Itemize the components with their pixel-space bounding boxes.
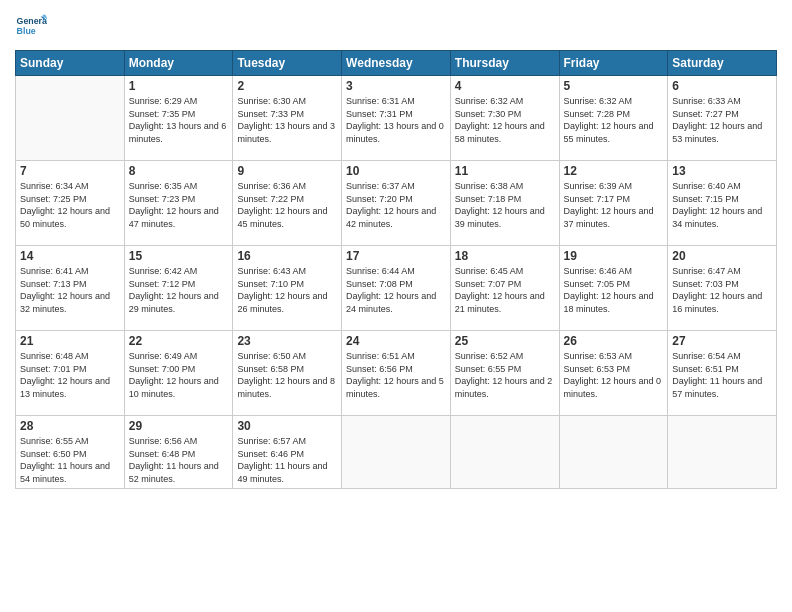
day-cell: 8Sunrise: 6:35 AMSunset: 7:23 PMDaylight… <box>124 161 233 246</box>
day-info: Sunrise: 6:31 AMSunset: 7:31 PMDaylight:… <box>346 95 446 145</box>
day-info: Sunrise: 6:35 AMSunset: 7:23 PMDaylight:… <box>129 180 229 230</box>
day-cell: 19Sunrise: 6:46 AMSunset: 7:05 PMDayligh… <box>559 246 668 331</box>
week-row-5: 28Sunrise: 6:55 AMSunset: 6:50 PMDayligh… <box>16 416 777 489</box>
day-info: Sunrise: 6:34 AMSunset: 7:25 PMDaylight:… <box>20 180 120 230</box>
day-number: 18 <box>455 249 555 263</box>
day-cell: 4Sunrise: 6:32 AMSunset: 7:30 PMDaylight… <box>450 76 559 161</box>
day-info: Sunrise: 6:41 AMSunset: 7:13 PMDaylight:… <box>20 265 120 315</box>
day-cell: 18Sunrise: 6:45 AMSunset: 7:07 PMDayligh… <box>450 246 559 331</box>
day-cell <box>450 416 559 489</box>
day-number: 6 <box>672 79 772 93</box>
day-info: Sunrise: 6:52 AMSunset: 6:55 PMDaylight:… <box>455 350 555 400</box>
weekday-header-row: SundayMondayTuesdayWednesdayThursdayFrid… <box>16 51 777 76</box>
week-row-1: 1Sunrise: 6:29 AMSunset: 7:35 PMDaylight… <box>16 76 777 161</box>
weekday-header-monday: Monday <box>124 51 233 76</box>
day-info: Sunrise: 6:56 AMSunset: 6:48 PMDaylight:… <box>129 435 229 485</box>
day-info: Sunrise: 6:30 AMSunset: 7:33 PMDaylight:… <box>237 95 337 145</box>
day-number: 20 <box>672 249 772 263</box>
day-number: 28 <box>20 419 120 433</box>
day-cell: 15Sunrise: 6:42 AMSunset: 7:12 PMDayligh… <box>124 246 233 331</box>
day-cell: 30Sunrise: 6:57 AMSunset: 6:46 PMDayligh… <box>233 416 342 489</box>
day-cell: 21Sunrise: 6:48 AMSunset: 7:01 PMDayligh… <box>16 331 125 416</box>
day-number: 17 <box>346 249 446 263</box>
week-row-2: 7Sunrise: 6:34 AMSunset: 7:25 PMDaylight… <box>16 161 777 246</box>
day-info: Sunrise: 6:32 AMSunset: 7:28 PMDaylight:… <box>564 95 664 145</box>
day-info: Sunrise: 6:50 AMSunset: 6:58 PMDaylight:… <box>237 350 337 400</box>
logo-icon: General Blue <box>15 10 47 42</box>
day-info: Sunrise: 6:40 AMSunset: 7:15 PMDaylight:… <box>672 180 772 230</box>
day-number: 13 <box>672 164 772 178</box>
day-cell: 13Sunrise: 6:40 AMSunset: 7:15 PMDayligh… <box>668 161 777 246</box>
day-cell: 24Sunrise: 6:51 AMSunset: 6:56 PMDayligh… <box>342 331 451 416</box>
week-row-4: 21Sunrise: 6:48 AMSunset: 7:01 PMDayligh… <box>16 331 777 416</box>
logo: General Blue <box>15 10 51 42</box>
day-cell: 27Sunrise: 6:54 AMSunset: 6:51 PMDayligh… <box>668 331 777 416</box>
day-info: Sunrise: 6:38 AMSunset: 7:18 PMDaylight:… <box>455 180 555 230</box>
week-row-3: 14Sunrise: 6:41 AMSunset: 7:13 PMDayligh… <box>16 246 777 331</box>
day-info: Sunrise: 6:53 AMSunset: 6:53 PMDaylight:… <box>564 350 664 400</box>
weekday-header-sunday: Sunday <box>16 51 125 76</box>
day-cell: 11Sunrise: 6:38 AMSunset: 7:18 PMDayligh… <box>450 161 559 246</box>
weekday-header-wednesday: Wednesday <box>342 51 451 76</box>
page: General Blue SundayMondayTuesdayWednesda… <box>0 0 792 612</box>
day-cell: 14Sunrise: 6:41 AMSunset: 7:13 PMDayligh… <box>16 246 125 331</box>
day-info: Sunrise: 6:55 AMSunset: 6:50 PMDaylight:… <box>20 435 120 485</box>
day-info: Sunrise: 6:32 AMSunset: 7:30 PMDaylight:… <box>455 95 555 145</box>
day-info: Sunrise: 6:43 AMSunset: 7:10 PMDaylight:… <box>237 265 337 315</box>
day-cell: 5Sunrise: 6:32 AMSunset: 7:28 PMDaylight… <box>559 76 668 161</box>
day-info: Sunrise: 6:42 AMSunset: 7:12 PMDaylight:… <box>129 265 229 315</box>
day-info: Sunrise: 6:29 AMSunset: 7:35 PMDaylight:… <box>129 95 229 145</box>
day-cell: 23Sunrise: 6:50 AMSunset: 6:58 PMDayligh… <box>233 331 342 416</box>
day-number: 12 <box>564 164 664 178</box>
day-cell: 1Sunrise: 6:29 AMSunset: 7:35 PMDaylight… <box>124 76 233 161</box>
day-cell: 17Sunrise: 6:44 AMSunset: 7:08 PMDayligh… <box>342 246 451 331</box>
header: General Blue <box>15 10 777 42</box>
day-info: Sunrise: 6:33 AMSunset: 7:27 PMDaylight:… <box>672 95 772 145</box>
day-cell: 9Sunrise: 6:36 AMSunset: 7:22 PMDaylight… <box>233 161 342 246</box>
weekday-header-saturday: Saturday <box>668 51 777 76</box>
day-number: 22 <box>129 334 229 348</box>
day-info: Sunrise: 6:54 AMSunset: 6:51 PMDaylight:… <box>672 350 772 400</box>
day-info: Sunrise: 6:57 AMSunset: 6:46 PMDaylight:… <box>237 435 337 485</box>
day-cell: 25Sunrise: 6:52 AMSunset: 6:55 PMDayligh… <box>450 331 559 416</box>
day-info: Sunrise: 6:46 AMSunset: 7:05 PMDaylight:… <box>564 265 664 315</box>
day-number: 8 <box>129 164 229 178</box>
day-number: 27 <box>672 334 772 348</box>
day-cell: 28Sunrise: 6:55 AMSunset: 6:50 PMDayligh… <box>16 416 125 489</box>
day-number: 25 <box>455 334 555 348</box>
day-info: Sunrise: 6:49 AMSunset: 7:00 PMDaylight:… <box>129 350 229 400</box>
day-number: 9 <box>237 164 337 178</box>
day-number: 7 <box>20 164 120 178</box>
day-cell: 29Sunrise: 6:56 AMSunset: 6:48 PMDayligh… <box>124 416 233 489</box>
day-cell: 12Sunrise: 6:39 AMSunset: 7:17 PMDayligh… <box>559 161 668 246</box>
day-info: Sunrise: 6:37 AMSunset: 7:20 PMDaylight:… <box>346 180 446 230</box>
day-number: 26 <box>564 334 664 348</box>
day-info: Sunrise: 6:48 AMSunset: 7:01 PMDaylight:… <box>20 350 120 400</box>
day-number: 11 <box>455 164 555 178</box>
day-cell <box>342 416 451 489</box>
day-number: 21 <box>20 334 120 348</box>
day-info: Sunrise: 6:36 AMSunset: 7:22 PMDaylight:… <box>237 180 337 230</box>
day-number: 14 <box>20 249 120 263</box>
day-number: 16 <box>237 249 337 263</box>
day-cell: 22Sunrise: 6:49 AMSunset: 7:00 PMDayligh… <box>124 331 233 416</box>
weekday-header-friday: Friday <box>559 51 668 76</box>
day-info: Sunrise: 6:45 AMSunset: 7:07 PMDaylight:… <box>455 265 555 315</box>
day-number: 1 <box>129 79 229 93</box>
day-number: 24 <box>346 334 446 348</box>
day-cell: 6Sunrise: 6:33 AMSunset: 7:27 PMDaylight… <box>668 76 777 161</box>
day-number: 30 <box>237 419 337 433</box>
day-cell <box>16 76 125 161</box>
day-number: 4 <box>455 79 555 93</box>
weekday-header-thursday: Thursday <box>450 51 559 76</box>
day-info: Sunrise: 6:39 AMSunset: 7:17 PMDaylight:… <box>564 180 664 230</box>
day-number: 15 <box>129 249 229 263</box>
day-number: 23 <box>237 334 337 348</box>
day-cell: 20Sunrise: 6:47 AMSunset: 7:03 PMDayligh… <box>668 246 777 331</box>
weekday-header-tuesday: Tuesday <box>233 51 342 76</box>
day-number: 10 <box>346 164 446 178</box>
day-number: 29 <box>129 419 229 433</box>
day-info: Sunrise: 6:51 AMSunset: 6:56 PMDaylight:… <box>346 350 446 400</box>
day-number: 19 <box>564 249 664 263</box>
svg-text:Blue: Blue <box>17 26 36 36</box>
